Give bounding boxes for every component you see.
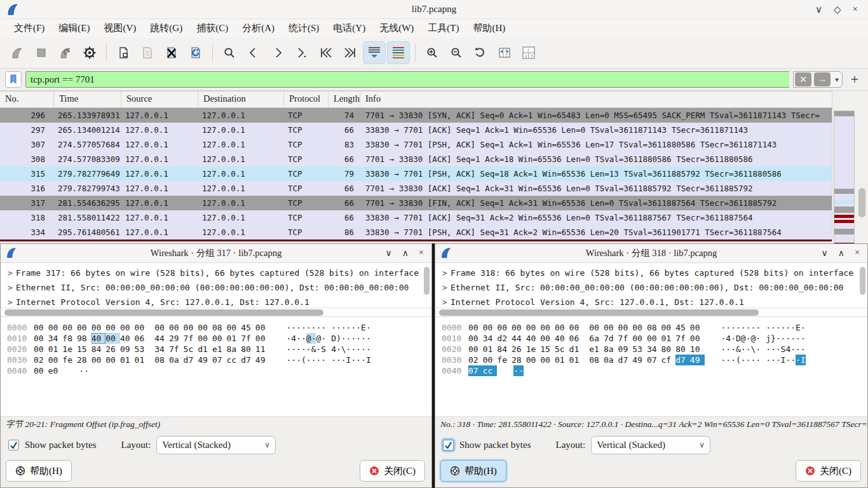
- tree-row[interactable]: >Frame 317: 66 bytes on wire (528 bits),…: [4, 266, 431, 280]
- hex-byte[interactable]: 07: [647, 355, 661, 365]
- previous-packet-icon[interactable]: [242, 41, 265, 64]
- hex-byte[interactable]: 26: [512, 344, 526, 355]
- hex-byte[interactable]: 00: [540, 333, 555, 344]
- hex-byte[interactable]: 40: [120, 333, 135, 344]
- find-packet-icon[interactable]: [218, 41, 241, 64]
- hex-byte[interactable]: 98: [77, 333, 92, 344]
- maximize-icon[interactable]: ∧: [402, 248, 409, 259]
- hex-byte[interactable]: 00: [34, 344, 48, 355]
- hex-byte[interactable]: 02: [34, 355, 48, 365]
- hex-byte[interactable]: 1e: [526, 344, 541, 355]
- expander-icon[interactable]: >: [439, 266, 451, 280]
- menu-item[interactable]: 统计(S): [282, 20, 325, 36]
- first-packet-icon[interactable]: [315, 41, 337, 64]
- hex-byte[interactable]: 00: [62, 322, 77, 333]
- hex-byte[interactable]: d2: [497, 333, 512, 344]
- hex-byte[interactable]: 00: [468, 344, 483, 355]
- scrollbar-thumb[interactable]: [860, 267, 865, 295]
- hex-byte[interactable]: 08: [212, 322, 227, 333]
- hex-byte[interactable]: 00: [227, 322, 241, 333]
- reload-file-icon[interactable]: [184, 41, 207, 64]
- hex-byte[interactable]: 53: [135, 344, 149, 355]
- hex-byte[interactable]: d1: [198, 344, 212, 355]
- zoom-original-icon[interactable]: [469, 41, 492, 64]
- hex-byte[interactable]: 01: [227, 333, 241, 344]
- auto-scroll-icon[interactable]: [363, 41, 386, 64]
- hex-byte[interactable]: 00: [198, 322, 212, 333]
- hex-byte[interactable]: 44: [154, 333, 169, 344]
- hex-byte[interactable]: 00: [154, 322, 169, 333]
- packet-row[interactable]: 317281.554636295127.0.0.1127.0.0.1TCP667…: [0, 196, 832, 210]
- hex-byte[interactable]: 00: [105, 322, 120, 333]
- hex-byte[interactable]: e1: [589, 344, 604, 355]
- scrollbar-thumb[interactable]: [858, 188, 865, 217]
- show-packet-bytes-checkbox[interactable]: [8, 440, 19, 451]
- column-header[interactable]: Length: [329, 92, 360, 107]
- intelligent-scrollbar[interactable]: [834, 111, 855, 243]
- hex-byte[interactable]: 00: [647, 333, 661, 344]
- help-button[interactable]: 帮助(H): [6, 460, 72, 482]
- hex-byte[interactable]: 29: [169, 333, 184, 344]
- menu-item[interactable]: 跳转(G): [144, 20, 189, 36]
- hex-byte[interactable]: 7f: [618, 333, 633, 344]
- hex-byte[interactable]: 1e: [62, 344, 77, 355]
- packet-detail-tree[interactable]: >Frame 318: 66 bytes on wire (528 bits),…: [435, 263, 867, 309]
- hex-byte[interactable]: 00: [618, 322, 633, 333]
- menu-item[interactable]: 分析(A): [236, 20, 281, 36]
- dialog-titlebar[interactable]: Wireshark · 分组 317 · lib7.pcapng ∨ ∧ ×: [1, 244, 431, 263]
- hex-byte[interactable]: 00: [540, 355, 555, 365]
- minimize-icon[interactable]: ∨: [386, 248, 392, 259]
- hex-byte[interactable]: 8a: [227, 344, 241, 355]
- hex-byte[interactable]: 07: [468, 365, 483, 376]
- hex-byte[interactable]: 00: [105, 333, 120, 344]
- hex-byte[interactable]: 00: [184, 322, 198, 333]
- help-button[interactable]: 帮助(H): [440, 460, 506, 482]
- column-header[interactable]: Source: [121, 92, 198, 107]
- hex-byte[interactable]: 5c: [555, 344, 569, 355]
- hex-byte[interactable]: 00: [34, 365, 48, 376]
- hex-byte[interactable]: 00: [468, 322, 483, 333]
- hex-byte[interactable]: 15: [77, 344, 92, 355]
- column-header[interactable]: Time: [54, 92, 121, 107]
- hex-byte[interactable]: d7: [618, 355, 633, 365]
- hex-byte[interactable]: 84: [92, 344, 106, 355]
- hex-byte[interactable]: fe: [62, 355, 77, 365]
- hex-byte[interactable]: 00: [661, 322, 676, 333]
- menu-item[interactable]: 帮助(H): [466, 20, 512, 36]
- hex-byte[interactable]: 40: [526, 333, 541, 344]
- expander-icon[interactable]: >: [4, 266, 16, 280]
- hex-byte[interactable]: 34: [483, 333, 498, 344]
- zoom-in-icon[interactable]: [421, 41, 444, 64]
- hex-byte[interactable]: e1: [212, 344, 227, 355]
- hex-byte[interactable]: cc: [483, 365, 498, 376]
- hex-byte[interactable]: 00: [92, 355, 106, 365]
- hex-byte[interactable]: 00: [48, 355, 63, 365]
- menu-item[interactable]: 工具(T): [421, 20, 465, 36]
- hex-byte[interactable]: cc: [227, 355, 241, 365]
- hex-byte[interactable]: 00: [198, 333, 212, 344]
- hex-byte[interactable]: 01: [135, 355, 149, 365]
- hex-byte[interactable]: 00: [497, 322, 512, 333]
- hex-byte[interactable]: 00: [77, 322, 92, 333]
- column-header[interactable]: Info: [360, 92, 832, 107]
- column-header[interactable]: Destination: [198, 92, 284, 107]
- hex-byte[interactable]: 00: [690, 322, 705, 333]
- horizontal-scrollbar[interactable]: [1, 308, 431, 317]
- go-to-packet-icon[interactable]: [290, 41, 313, 64]
- save-file-icon[interactable]: [136, 41, 159, 64]
- hex-byte[interactable]: 80: [241, 344, 255, 355]
- minimize-icon[interactable]: ∨: [815, 4, 822, 15]
- hex-byte[interactable]: 7f: [675, 333, 690, 344]
- hex-byte[interactable]: 00: [483, 322, 498, 333]
- hex-byte[interactable]: 00: [483, 355, 498, 365]
- hex-byte[interactable]: 00: [512, 322, 526, 333]
- close-button[interactable]: 关闭(C): [360, 460, 425, 482]
- hex-byte[interactable]: 00: [120, 322, 135, 333]
- hex-byte[interactable]: 40: [555, 333, 569, 344]
- hex-byte[interactable]: 34: [647, 344, 661, 355]
- hex-byte[interactable]: 00: [255, 322, 270, 333]
- hex-byte[interactable]: 00: [255, 333, 270, 344]
- tree-row[interactable]: >Internet Protocol Version 4, Src: 127.0…: [4, 295, 431, 309]
- close-file-icon[interactable]: [160, 41, 183, 64]
- tree-row[interactable]: >Ethernet II, Src: 00:00:00_00:00:00 (00…: [439, 280, 867, 295]
